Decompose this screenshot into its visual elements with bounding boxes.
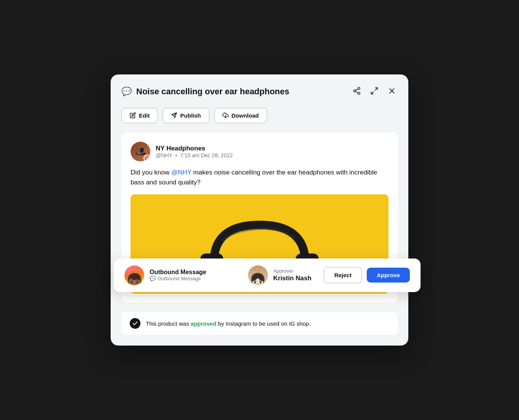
svg-line-3 [356, 91, 358, 93]
instagram-badge [143, 155, 150, 162]
message-icon: 💬 [121, 87, 132, 97]
modal-header-actions [351, 85, 398, 99]
svg-point-14 [148, 157, 148, 157]
author-meta: @NHY • 7:15 am Dec 28, 2022 [156, 152, 233, 158]
status-bar: This product was approved by Instagram t… [121, 312, 398, 335]
approve-button[interactable]: Approve [367, 268, 410, 283]
status-approved-text: approved [191, 320, 217, 327]
reject-button[interactable]: Reject [324, 267, 362, 283]
approver-avatar: 👧🏻 [248, 265, 268, 285]
status-check-icon [130, 318, 140, 329]
chat-icon: 💬 [150, 276, 156, 281]
modal-container: 💬 Noise cancelling over ear headphones [111, 74, 408, 346]
svg-line-5 [375, 87, 377, 90]
author-info: NY Headphones @NHY • 7:15 am Dec 28, 202… [156, 145, 233, 158]
approver-info: Approver Kristin Nash [273, 268, 311, 282]
approver-label: Approver [273, 268, 311, 274]
outbound-avatar-image: 👦🏾 [124, 265, 144, 285]
share-button[interactable] [351, 85, 363, 99]
approval-actions: Reject Approve [324, 267, 410, 283]
post-text: Did you know @NHY makes noise cancelling… [131, 168, 388, 188]
author-avatar: 🎩 [131, 142, 150, 162]
svg-line-4 [356, 89, 358, 90]
approval-banner: 👦🏾 Outbound Message 💬 Outbound Message [114, 258, 421, 292]
download-label: Download [232, 112, 259, 119]
post-author-row: 🎩 NY Headphones @NHY • 7:15 a [131, 142, 388, 162]
edit-label: Edit [139, 112, 150, 119]
publish-button[interactable]: Publish [163, 108, 209, 123]
publish-icon [171, 112, 177, 118]
post-mention[interactable]: @NHY [171, 169, 192, 176]
outbound-type-detail: 💬 Outbound Message [150, 276, 206, 281]
edit-button[interactable]: Edit [121, 108, 158, 123]
svg-point-13 [146, 157, 147, 158]
publish-label: Publish [180, 112, 201, 119]
toolbar: Edit Publish Download [121, 108, 398, 123]
modal-header: 💬 Noise cancelling over ear headphones [121, 85, 398, 99]
download-icon [222, 112, 229, 118]
outbound-info: Outbound Message 💬 Outbound Message [150, 269, 206, 281]
outbound-message-section: 👦🏾 Outbound Message 💬 Outbound Message [124, 265, 206, 285]
close-button[interactable] [386, 85, 398, 99]
approver-section: 👧🏻 Approver Kristin Nash [248, 265, 311, 285]
outbound-type-label: Outbound Message [150, 269, 206, 276]
expand-button[interactable] [369, 85, 380, 99]
status-text: This product was approved by Instagram t… [146, 320, 311, 327]
edit-icon [130, 112, 136, 118]
approver-name: Kristin Nash [273, 275, 311, 282]
approver-avatar-image: 👧🏻 [248, 265, 268, 285]
download-button[interactable]: Download [214, 108, 268, 123]
svg-line-6 [371, 91, 374, 94]
modal-title-group: 💬 Noise cancelling over ear headphones [121, 87, 289, 97]
outbound-avatar: 👦🏾 [124, 265, 144, 285]
author-name: NY Headphones [156, 145, 233, 152]
modal-title: Noise cancelling over ear headphones [136, 87, 289, 97]
